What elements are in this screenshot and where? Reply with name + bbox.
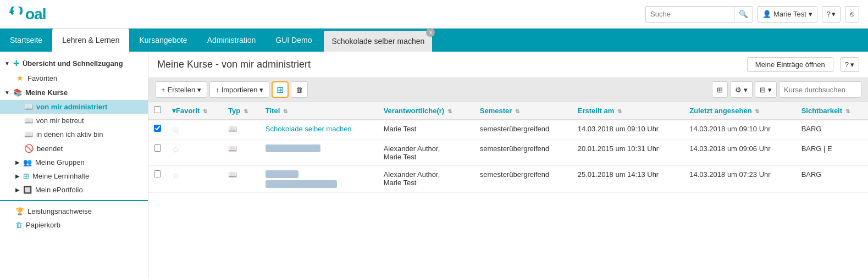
row2-zuletzt: 14.03.2018 um 09:06 Uhr <box>684 140 795 166</box>
plus-icon: + <box>161 86 165 94</box>
th-verantwortliche[interactable]: Verantwortliche(r) ⇅ <box>378 102 474 120</box>
import-button[interactable]: ↑ Importieren ▾ <box>209 81 269 98</box>
row2-star-icon[interactable]: ☆ <box>172 145 180 154</box>
search-input[interactable] <box>646 10 734 18</box>
sidebar-item-mein-eportfolio[interactable]: ▶ 🔲 Mein ePortfolio <box>0 183 148 197</box>
sidebar-meine-lerninhalte-label: Meine Lerninhalte <box>32 172 89 180</box>
star-icon: ★ <box>15 74 24 82</box>
row1-star-icon[interactable]: ☆ <box>172 125 180 135</box>
tab-administration[interactable]: Administration <box>197 29 266 52</box>
sidebar-overview-header[interactable]: ▼ ✛ Übersicht und Schnellzugang <box>0 56 148 71</box>
tab-schokolade[interactable]: Schokolade selber machen × <box>324 31 432 52</box>
logout-button[interactable]: ⎋ <box>845 6 859 23</box>
gruppen-icon: 👥 <box>23 158 32 166</box>
columns-button[interactable]: ⊟ ▾ <box>755 81 777 98</box>
row3-typ: 📖 <box>223 166 260 193</box>
help-button[interactable]: ? ▾ <box>822 6 841 23</box>
create-label: Erstellen <box>168 86 196 94</box>
table-search-input[interactable] <box>779 81 861 98</box>
row2-zuletzt-text: 14.03.2018 um 09:06 Uhr <box>689 144 770 153</box>
sidebar-mein-eportfolio-label: Mein ePortfolio <box>35 186 83 194</box>
settings-button[interactable]: ⚙ ▾ <box>730 81 753 98</box>
sidebar-item-von-mir-admin[interactable]: 📖 von mir administriert <box>0 100 148 114</box>
th-favorit-sort: ⇅ <box>203 108 207 114</box>
th-sichtbarkeit[interactable]: Sichtbarkeit ⇅ <box>796 102 868 120</box>
th-typ[interactable]: Typ ⇅ <box>223 102 260 120</box>
sidebar-item-favorites[interactable]: ★ Favoriten <box>0 71 148 85</box>
row2-favorit[interactable]: ☆ <box>167 140 223 166</box>
sidebar-item-meine-lerninhalte[interactable]: ▶ ⊞ Meine Lerninhalte <box>0 169 148 183</box>
table-wrapper: ▾Favorit ⇅ Typ ⇅ Titel ⇅ Verantwortlic <box>148 102 868 278</box>
open-entries-button[interactable]: Meine Einträge öffnen <box>747 57 833 72</box>
row1-checkbox[interactable] <box>154 125 161 132</box>
row1-favorit[interactable]: ☆ <box>167 120 223 140</box>
sidebar-leistungsnachweise-label: Leistungsnachweise <box>27 207 92 215</box>
th-erstellt[interactable]: Erstellt am ⇅ <box>572 102 684 120</box>
link-button[interactable]: ⊞ <box>272 81 289 98</box>
trash-icon: 🗑 <box>15 221 23 229</box>
row2-checkbox-cell[interactable] <box>148 140 167 166</box>
th-zuletzt[interactable]: Zuletzt angesehen ⇅ <box>684 102 795 120</box>
th-sichtbarkeit-label: Sichtbarkeit <box>801 107 842 115</box>
row3-titel <box>260 166 378 193</box>
sidebar-item-papierkorb[interactable]: 🗑 Papierkorb <box>0 218 148 232</box>
user-dropdown-icon: ▾ <box>809 10 812 18</box>
search-button[interactable]: 🔍 <box>734 7 753 22</box>
sidebar-item-meine-gruppen[interactable]: ▶ 👥 Meine Gruppen <box>0 155 148 169</box>
th-sichtbarkeit-sort: ⇅ <box>845 108 850 114</box>
row3-sichtbarkeit-text: BARG <box>801 170 822 179</box>
th-semester[interactable]: Semester ⇅ <box>474 102 572 120</box>
row1-titel-link[interactable]: Schokolade selber machen <box>266 125 352 133</box>
select-all-checkbox[interactable] <box>154 106 161 113</box>
content-help-button[interactable]: ? ▾ <box>840 57 859 72</box>
courses-table: ▾Favorit ⇅ Typ ⇅ Titel ⇅ Verantwortlic <box>148 102 868 193</box>
row3-zuletzt: 14.03.2018 um 07:23 Uhr <box>684 166 795 193</box>
row2-verantwortliche-text: Alexander Author,Marie Test <box>384 144 440 161</box>
th-checkbox[interactable] <box>148 102 167 120</box>
tab-gui-demo[interactable]: GUI Demo <box>266 29 322 52</box>
sidebar-item-beendet[interactable]: 🚫 beendet <box>0 141 148 155</box>
row3-checkbox[interactable] <box>154 170 161 177</box>
upload-icon: ↑ <box>215 86 219 94</box>
logo[interactable]: oal <box>9 5 46 23</box>
tab-schokolade-label: Schokolade selber machen <box>331 37 424 46</box>
tab-close-button[interactable]: × <box>426 28 435 37</box>
sidebar-von-mir-betreut-label: von mir betreut <box>36 116 84 125</box>
sidebar-item-von-mir-betreut[interactable]: 📖 von mir betreut <box>0 114 148 127</box>
row3-zuletzt-text: 14.03.2018 um 07:23 Uhr <box>689 170 770 179</box>
delete-button[interactable]: 🗑 <box>291 81 308 98</box>
sidebar-item-in-denen[interactable]: 📖 in denen ich aktiv bin <box>0 127 148 141</box>
table-row: ☆ 📖 Schokolade selber machen Marie Test <box>148 120 868 140</box>
tab-startseite-label: Startseite <box>10 36 42 45</box>
book-icon-kurse: 📚 <box>13 88 22 97</box>
nav-tabs: Startseite Lehren & Lernen Kursangebote … <box>0 29 868 52</box>
th-zuletzt-label: Zuletzt angesehen <box>689 107 751 115</box>
row3-checkbox-cell[interactable] <box>148 166 167 193</box>
th-titel[interactable]: Titel ⇅ <box>260 102 378 120</box>
row1-typ: 📖 <box>223 120 260 140</box>
row3-star-icon[interactable]: ☆ <box>172 171 180 180</box>
table-view-button[interactable]: ⊞ <box>712 81 728 98</box>
table-header: ▾Favorit ⇅ Typ ⇅ Titel ⇅ Verantwortlic <box>148 102 868 120</box>
tab-kursangebote[interactable]: Kursangebote <box>129 29 197 52</box>
sidebar-item-leistungsnachweise[interactable]: 🏆 Leistungsnachweise <box>0 204 148 218</box>
user-menu-button[interactable]: 👤 Marie Test ▾ <box>758 6 817 23</box>
th-favorit[interactable]: ▾Favorit ⇅ <box>167 102 223 120</box>
link-icon: ⊞ <box>277 85 284 95</box>
trophy-icon: 🏆 <box>15 207 24 215</box>
row3-sichtbarkeit: BARG <box>796 166 868 193</box>
gear-icon: ⚙ <box>735 86 742 94</box>
sidebar-meine-kurse-header[interactable]: ▼ 📚 Meine Kurse <box>0 85 148 100</box>
row1-checkbox-cell[interactable] <box>148 120 167 140</box>
create-button[interactable]: + Erstellen ▾ <box>155 81 207 98</box>
row2-checkbox[interactable] <box>154 144 161 152</box>
row1-erstellt: 14.03.2018 um 09:10 Uhr <box>572 120 684 140</box>
row2-typ: 📖 <box>223 140 260 166</box>
table-row: ☆ 📖 Alexander Author,Marie Test <box>148 166 868 193</box>
row1-semester: semesterübergreifend <box>474 120 572 140</box>
tab-lehren[interactable]: Lehren & Lernen <box>52 29 129 52</box>
row3-favorit[interactable]: ☆ <box>167 166 223 193</box>
row3-semester-text: semesterübergreifend <box>480 170 549 179</box>
tab-startseite[interactable]: Startseite <box>0 29 52 52</box>
table-view-icon: ⊞ <box>717 86 723 94</box>
